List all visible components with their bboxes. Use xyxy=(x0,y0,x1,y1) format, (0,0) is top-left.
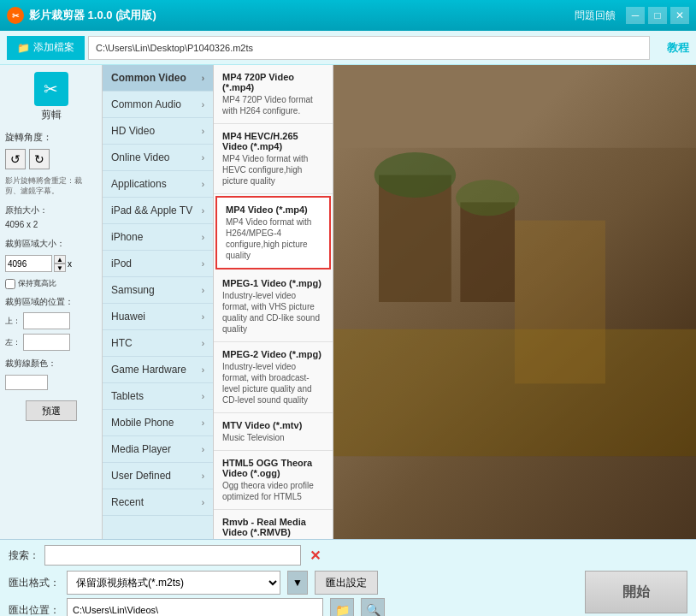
category-item-game-hardware[interactable]: Game Hardware› xyxy=(103,357,213,383)
crop-size-up[interactable]: ▲ xyxy=(54,255,66,264)
category-item-iphone[interactable]: iPhone› xyxy=(103,224,213,251)
chevron-right-icon: › xyxy=(202,153,204,163)
left-panel: ✂ 剪輯 旋轉角度： ↺ ↻ 影片旋轉將會重定：裁剪、濾鏡字幕。 原拍大小： 4… xyxy=(0,65,103,539)
tutorial-link[interactable]: 教程 xyxy=(650,40,689,56)
category-label: Common Audio xyxy=(111,98,181,110)
category-item-user-defined[interactable]: User Defined› xyxy=(103,463,213,489)
window-controls: ─ □ ✕ xyxy=(626,7,689,24)
rotate-left-button[interactable]: ↺ xyxy=(5,149,26,169)
top-pos-row: 上： xyxy=(5,312,97,329)
chevron-right-icon: › xyxy=(202,286,204,295)
feedback-link[interactable]: 問題回饋 xyxy=(575,9,616,23)
edit-section: ✂ 剪輯 xyxy=(5,72,97,122)
top-label: 上： xyxy=(5,316,21,327)
search-input[interactable] xyxy=(44,545,301,566)
format-item-mp4-720p[interactable]: MP4 720P Video (*.mp4)MP4 720P Video for… xyxy=(214,65,333,124)
file-path-input[interactable] xyxy=(88,36,650,60)
category-item-samsung[interactable]: Samsung› xyxy=(103,277,213,304)
category-list: Common Video›Common Audio›HD Video›Onlin… xyxy=(103,65,214,539)
category-item-ipod[interactable]: iPod› xyxy=(103,251,213,277)
category-item-huawei[interactable]: Huawei› xyxy=(103,304,213,330)
search-row: 搜索： ✕ xyxy=(9,545,687,566)
category-item-ipad-apple-tv[interactable]: iPad && Apple TV› xyxy=(103,198,213,224)
app-title: 影片裁剪器 1.0.0 (試用版) xyxy=(29,8,575,23)
search-output-button[interactable]: 🔍 xyxy=(361,598,385,616)
format-title: MPEG-1 Video (*.mpg) xyxy=(222,278,324,288)
search-clear-button[interactable]: ✕ xyxy=(306,547,323,564)
browse-button[interactable]: 📁 xyxy=(330,598,354,616)
category-item-common-video[interactable]: Common Video› xyxy=(103,65,213,92)
output-path-input[interactable] xyxy=(67,598,323,616)
rotate-label: 旋轉角度： xyxy=(5,131,97,144)
orig-size-label: 原拍大小： xyxy=(5,204,97,216)
format-list: MP4 720P Video (*.mp4)MP4 720P Video for… xyxy=(214,65,333,539)
minimize-button[interactable]: ─ xyxy=(626,7,645,24)
category-item-mobile-phone[interactable]: Mobile Phone› xyxy=(103,410,213,436)
format-item-html5-ogg[interactable]: HTML5 OGG Theora Video (*.ogg)Ogg theora… xyxy=(214,451,333,510)
export-format-row: 匯出格式： 保留源視頻格式(*.m2ts) ▼ 匯出設定 xyxy=(9,571,578,595)
format-title: HTML5 OGG Theora Video (*.ogg) xyxy=(222,458,324,478)
rotate-right-button[interactable]: ↻ xyxy=(29,149,50,169)
crop-size-down[interactable]: ▼ xyxy=(54,264,66,272)
select-arrow-icon[interactable]: ▼ xyxy=(287,571,308,595)
category-label: Recent xyxy=(111,496,144,508)
category-item-recent[interactable]: Recent› xyxy=(103,489,213,516)
chevron-right-icon: › xyxy=(202,127,204,136)
category-label: Game Hardware xyxy=(111,364,186,376)
close-button[interactable]: ✕ xyxy=(670,7,689,24)
category-item-common-audio[interactable]: Common Audio› xyxy=(103,92,213,118)
left-input[interactable] xyxy=(23,334,70,351)
chevron-right-icon: › xyxy=(202,100,204,110)
top-input[interactable] xyxy=(23,312,70,329)
preview-image xyxy=(333,65,696,539)
format-title: Rmvb - Real Media Video (*.RMVB) xyxy=(222,517,324,537)
preview-button[interactable]: 預選 xyxy=(26,400,77,421)
format-panel: Common Video›Common Audio›HD Video›Onlin… xyxy=(103,65,333,539)
category-item-tablets[interactable]: Tablets› xyxy=(103,383,213,410)
format-item-mpeg1[interactable]: MPEG-1 Video (*.mpg)Industry-level video… xyxy=(214,271,333,342)
left-label: 左： xyxy=(5,337,21,348)
scissors-icon: ✂ xyxy=(34,72,68,106)
edit-label: 剪輯 xyxy=(41,108,62,122)
keep-ratio-row: 保持寬高比 xyxy=(5,278,97,289)
category-item-applications[interactable]: Applications› xyxy=(103,171,213,198)
maximize-button[interactable]: □ xyxy=(648,7,667,24)
category-label: Samsung xyxy=(111,284,155,296)
add-file-button[interactable]: 📁 添加檔案 xyxy=(7,36,85,60)
category-label: Applications xyxy=(111,178,167,190)
crop-size-input[interactable] xyxy=(5,255,52,272)
svg-rect-2 xyxy=(460,202,515,302)
format-item-mp4-video[interactable]: MP4 Video (*.mp4)MP4 Video format with H… xyxy=(215,196,331,270)
format-item-mp4-hevc[interactable]: MP4 HEVC/H.265 Video (*.mp4)MP4 Video fo… xyxy=(214,124,333,194)
crop-size-x: x xyxy=(68,259,72,269)
bottom-left: 匯出格式： 保留源視頻格式(*.m2ts) ▼ 匯出設定 匯出位置： 📁 🔍 xyxy=(9,571,578,616)
app-icon: ✂ xyxy=(7,7,24,24)
crop-size-row: ▲ ▼ x xyxy=(5,255,97,272)
color-picker[interactable] xyxy=(5,375,48,390)
format-desc: MP4 Video format with HEVC configure,hig… xyxy=(222,153,324,187)
bottom-controls: 匯出格式： 保留源視頻格式(*.m2ts) ▼ 匯出設定 匯出位置： 📁 🔍 開… xyxy=(9,571,687,616)
svg-point-3 xyxy=(375,152,456,198)
category-item-media-player[interactable]: Media Player› xyxy=(103,436,213,463)
chevron-right-icon: › xyxy=(202,445,204,454)
category-label: Media Player xyxy=(111,443,171,455)
chevron-right-icon: › xyxy=(202,339,204,348)
format-item-mtv[interactable]: MTV Video (*.mtv)Music Television xyxy=(214,413,333,451)
format-item-mpeg2[interactable]: MPEG-2 Video (*.mpg)Industry-level video… xyxy=(214,342,333,413)
category-item-htc[interactable]: HTC› xyxy=(103,330,213,357)
title-bar: ✂ 影片裁剪器 1.0.0 (試用版) 問題回饋 ─ □ ✕ xyxy=(0,0,696,31)
keep-ratio-checkbox[interactable] xyxy=(5,279,15,289)
left-pos-row: 左： xyxy=(5,334,97,351)
output-label: 匯出位置： xyxy=(9,603,60,617)
category-item-online-video[interactable]: Online Video› xyxy=(103,145,213,171)
chevron-right-icon: › xyxy=(202,74,204,83)
export-settings-button[interactable]: 匯出設定 xyxy=(315,571,378,595)
folder-icon: 📁 xyxy=(17,42,30,54)
format-desc: Industry-level video format, with VHS pi… xyxy=(222,290,324,335)
export-format-select[interactable]: 保留源視頻格式(*.m2ts) xyxy=(67,571,280,595)
toolbar: 📁 添加檔案 教程 xyxy=(0,31,696,65)
category-item-hd-video[interactable]: HD Video› xyxy=(103,118,213,145)
start-button[interactable]: 開始 xyxy=(585,571,687,613)
format-item-rmvb[interactable]: Rmvb - Real Media Video (*.RMVB)RealNetw… xyxy=(214,510,333,539)
format-desc: MP4 720P Video format with H264 configur… xyxy=(222,94,324,116)
